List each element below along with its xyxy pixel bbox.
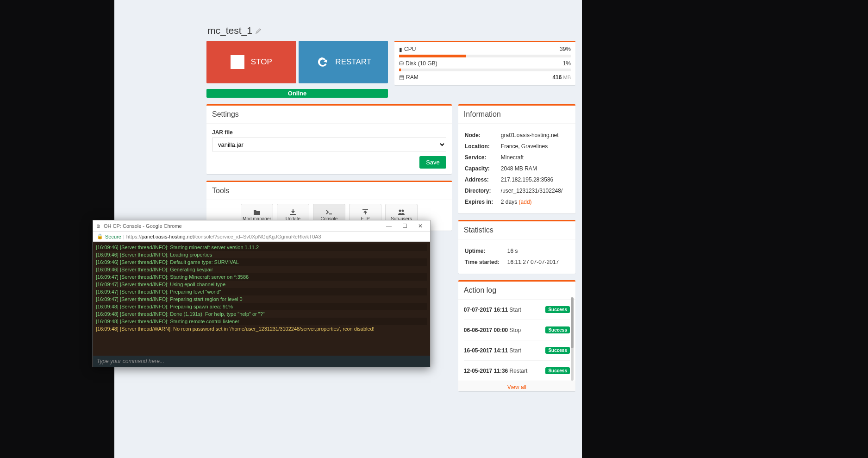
ram-icon: ▤ <box>399 74 404 81</box>
ram-value: 416 MB <box>552 74 571 81</box>
svg-point-17 <box>399 209 401 212</box>
info-key: Capacity: <box>465 163 500 174</box>
stat-key: Time started: <box>465 257 506 267</box>
cpu-label: ▮CPU <box>399 46 416 53</box>
statistics-box: Statistics Uptime:16 s Time started:16:1… <box>458 220 575 274</box>
console-line: [16:09:46] [Server thread/INFO]: Loading… <box>96 251 427 258</box>
console-line: [16:09:47] [Server thread/INFO]: Using e… <box>96 281 427 288</box>
info-key: Location: <box>465 141 500 151</box>
tools-header: Tools <box>206 182 452 200</box>
console-line: [16:09:48] [Server thread/INFO]: Startin… <box>96 318 427 325</box>
info-header: Information <box>458 106 575 124</box>
cpu-icon: ▮ <box>399 46 402 53</box>
console-line: [16:09:46] [Server thread/INFO]: Startin… <box>96 244 427 251</box>
stop-label: STOP <box>251 57 272 67</box>
minimize-button[interactable]: — <box>382 221 396 231</box>
action-log-item[interactable]: 06-06-2017 00:00 StopSuccess <box>464 320 570 340</box>
info-key: Address: <box>465 175 500 185</box>
settings-header: Settings <box>206 106 452 124</box>
lock-icon: 🔒 <box>97 233 103 239</box>
svg-point-18 <box>401 209 404 212</box>
info-value: 2 days (add) <box>501 197 569 207</box>
ram-label: ▤RAM <box>399 74 418 81</box>
console-output[interactable]: [16:09:46] [Server thread/INFO]: Startin… <box>93 242 430 356</box>
popup-title-text: OH CP: Console - Google Chrome <box>104 223 182 229</box>
scrollbar-thumb[interactable] <box>571 297 574 348</box>
console-line: [16:09:48] [Server thread/WARN]: No rcon… <box>96 325 427 333</box>
info-value: 217.182.195.28:3586 <box>501 175 569 185</box>
info-key: Service: <box>465 152 500 163</box>
restart-label: RESTART <box>335 57 371 67</box>
page-icon: 🗎 <box>96 223 101 229</box>
disk-value: 1% <box>563 60 571 67</box>
scrollbar[interactable] <box>571 297 574 381</box>
close-button[interactable]: ✕ <box>413 221 427 231</box>
info-key: Expires in: <box>465 197 500 207</box>
stop-button[interactable]: STOP <box>206 41 296 83</box>
url-text: https://panel.oasis-hosting.net/console/… <box>126 234 321 239</box>
secure-label: Secure <box>105 234 121 239</box>
console-line: [16:09:47] [Server thread/INFO]: Prepari… <box>96 288 427 295</box>
console-line: [16:09:48] [Server thread/INFO]: Prepari… <box>96 303 427 310</box>
disk-icon: ⛁ <box>399 60 404 67</box>
console-line: [16:09:46] [Server thread/INFO]: Generat… <box>96 266 427 273</box>
console-line: [16:09:46] [Server thread/INFO]: Default… <box>96 258 427 266</box>
info-key: Directory: <box>465 186 500 196</box>
info-key: Node: <box>465 130 500 140</box>
console-line: [16:09:48] [Server thread/INFO]: Done (1… <box>96 310 427 318</box>
info-value: Minecraft <box>501 152 569 163</box>
users-icon <box>398 209 405 215</box>
control-buttons: STOP RESTART <box>206 41 388 83</box>
info-table: Node:gra01.oasis-hosting.net Location:Fr… <box>464 129 570 208</box>
add-time-link[interactable]: (add) <box>519 199 532 205</box>
page-title: mc_test_1 <box>207 25 575 36</box>
save-button[interactable]: Save <box>419 156 446 169</box>
statistics-header: Statistics <box>458 221 575 239</box>
popup-title-bar[interactable]: 🗎 OH CP: Console - Google Chrome — ☐ ✕ <box>93 220 430 232</box>
console-popup-window: 🗎 OH CP: Console - Google Chrome — ☐ ✕ 🔒… <box>93 220 431 367</box>
edit-icon[interactable] <box>255 28 262 34</box>
mini-stats-panel: ▮CPU 39% ⛁Disk (10 GB) 1% ▤RAM 416 MB <box>394 41 575 85</box>
info-value: /user_1231231/3102248/ <box>501 186 569 196</box>
command-input[interactable]: Type your command here... <box>93 356 430 367</box>
information-box: Information Node:gra01.oasis-hosting.net… <box>458 104 575 213</box>
view-all-link[interactable]: View all <box>458 381 575 391</box>
console-line: [16:09:47] [Server thread/INFO]: Prepari… <box>96 295 427 303</box>
statistics-table: Uptime:16 s Time started:16:11:27 07-07-… <box>464 245 570 268</box>
folder-icon <box>253 209 261 215</box>
download-icon <box>289 209 297 215</box>
disk-label: ⛁Disk (10 GB) <box>399 60 437 67</box>
restart-button[interactable]: RESTART <box>299 41 388 83</box>
maximize-button[interactable]: ☐ <box>398 221 412 231</box>
info-value: gra01.oasis-hosting.net <box>501 130 569 140</box>
info-value: France, Gravelines <box>501 141 569 151</box>
action-log-item[interactable]: 12-05-2017 11:36 RestartSuccess <box>464 361 570 381</box>
upload-icon <box>362 209 369 215</box>
command-placeholder: Type your command here... <box>97 358 164 364</box>
action-log-item[interactable]: 16-05-2017 14:11 StartSuccess <box>464 340 570 361</box>
cpu-value: 39% <box>560 46 571 52</box>
action-log-box: Action log 07-07-2017 16:11 StartSuccess… <box>458 280 575 391</box>
status-online: Online <box>206 89 388 98</box>
action-log-header: Action log <box>458 282 575 300</box>
url-bar[interactable]: 🔒 Secure | https://panel.oasis-hosting.n… <box>93 232 430 242</box>
stat-value: 16:11:27 07-07-2017 <box>507 257 569 267</box>
jar-label: JAR file <box>212 129 446 136</box>
action-log-item[interactable]: 07-07-2017 16:11 StartSuccess <box>464 300 570 320</box>
jar-select[interactable]: vanilla.jar <box>212 138 446 151</box>
settings-box: Settings JAR file vanilla.jar Save <box>206 104 452 174</box>
console-line: [16:09:47] [Server thread/INFO]: Startin… <box>96 273 427 281</box>
terminal-icon <box>325 209 333 215</box>
refresh-icon <box>315 55 329 69</box>
server-name: mc_test_1 <box>207 25 252 36</box>
stat-value: 16 s <box>507 246 569 256</box>
stop-icon <box>231 55 244 69</box>
stat-key: Uptime: <box>465 246 506 256</box>
info-value: 2048 MB RAM <box>501 163 569 174</box>
